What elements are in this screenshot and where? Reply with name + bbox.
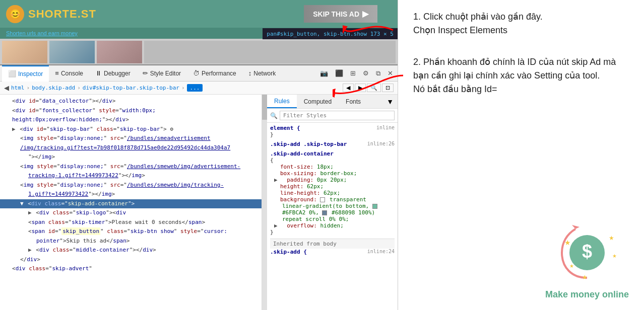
breadcrumb-skip-top-bar[interactable]: div#skip-top-bar.skip-top-bar [83, 85, 179, 91]
shorte-title: SHORTE.ST [28, 8, 96, 21]
debugger-icon: ⏸ [95, 69, 102, 77]
css-rule-element: element { inline } [270, 125, 395, 138]
tab-performance-label: Performance [202, 70, 236, 77]
expand-overflow[interactable]: ▶ [274, 222, 278, 229]
console-icon: ≡ [55, 69, 59, 77]
thumb-3 [97, 41, 142, 63]
info-bar-left: Shorten urls and earn money [6, 30, 78, 36]
devtools-content: <div id="data_collector"></div> <div id=… [0, 95, 398, 310]
css-selector: .skip-add-container [270, 150, 334, 157]
html-line: ▶ <div id="skip-top-bar" class="skip-top… [0, 125, 262, 134]
css-prop: line-height: 62px; [274, 190, 395, 196]
css-prop: background: transparent linear-gradient(… [274, 196, 395, 222]
make-money-text: Make money online [545, 289, 629, 300]
html-line: pointer">Skip this ad</span> [0, 237, 262, 246]
css-panel: Rules Computed Fonts ▼ 🔍 element { inlin… [267, 95, 398, 310]
browser-area: 😊 SHORTE.ST SKIP THIS AD ▶ Shorten urls … [0, 0, 398, 65]
expand-padding[interactable]: ▶ [274, 177, 278, 183]
arrow-1-svg [343, 15, 403, 45]
html-line: tracking-1.gif?t=1449973422"></img> [0, 171, 262, 181]
css-prop: ▶ padding: 0px 20px; [274, 177, 395, 183]
css-inherited-header: Inherited from body [270, 239, 395, 249]
performance-icon: ⏱ [193, 69, 200, 77]
html-line: /img/tracking.gif?test=7b98f018f878d715a… [0, 143, 262, 153]
svg-text:★: ★ [612, 253, 617, 259]
tab-style-editor[interactable]: ✏ Style Editor [137, 65, 187, 82]
breadcrumb-current: ... [187, 84, 203, 92]
css-selector: .skip-add { [270, 249, 307, 255]
css-prop: box-sizing: border-box; [274, 170, 395, 177]
html-line: <img style="display:none;" src="/bundles… [0, 181, 262, 190]
html-panel[interactable]: <div id="data_collector"></div> <div id=… [0, 95, 262, 310]
browser-content-strip [0, 39, 398, 65]
tab-console-label: Console [61, 70, 83, 77]
css-properties: font-size: 18px; box-sizing: border-box;… [270, 164, 395, 229]
back-button[interactable]: ◀ [4, 84, 9, 92]
html-line: <div id="data_collector"></div> [0, 97, 262, 106]
tab-inspector[interactable]: ⬜ Inspector [2, 65, 49, 82]
css-selector: .skip-add .skip-top-bar [270, 141, 347, 147]
svg-text:★: ★ [569, 263, 574, 269]
css-prop: ▶ overflow: hidden; [274, 222, 395, 229]
make-money-section: $ ★ ★ ★ ★ ★ Make money online [545, 220, 629, 300]
css-prop: font-size: 18px; [274, 164, 395, 170]
html-line: ▶ <div class="skip-logo"><div [0, 208, 262, 218]
html-line: "></img> [0, 152, 262, 162]
thumb-2 [49, 41, 95, 63]
html-line: <img style="display:none;" src="/bundles… [0, 134, 262, 143]
svg-text:★: ★ [582, 274, 588, 281]
step2-text: 2. Phần khoanh đỏ chính là ID của nút sk… [413, 55, 629, 96]
style-editor-icon: ✏ [143, 69, 148, 77]
html-line-highlighted: ▼ <div class="skip-add-container"> [0, 199, 262, 209]
right-panel: 1. Click chuột phải vào gần đây. Chọn In… [398, 0, 644, 310]
tab-debugger[interactable]: ⏸ Debugger [89, 65, 137, 82]
devtools-panel: 😊 SHORTE.ST SKIP THIS AD ▶ Shorten urls … [0, 0, 398, 310]
color-swatch-blue[interactable] [322, 210, 327, 215]
css-rule-skip-add-container: .skip-add-container { font-size: 18px; b… [270, 150, 395, 236]
html-scrollbar-thumb[interactable] [262, 95, 267, 120]
css-filter-input[interactable] [280, 111, 395, 120]
html-line: </div> [0, 255, 262, 265]
html-line: 1.gif?t=1449973422"></img> [0, 190, 262, 199]
breadcrumb-html[interactable]: html [11, 85, 25, 91]
css-filter-bar: 🔍 [267, 109, 398, 123]
filter-icon: 🔍 [270, 112, 278, 119]
tab-style-editor-label: Style Editor [150, 70, 181, 77]
arrow-2-svg [333, 65, 408, 106]
breadcrumb-body[interactable]: body.skip-add [32, 85, 75, 91]
svg-text:★: ★ [564, 239, 571, 247]
html-scrollbar[interactable] [262, 95, 267, 310]
shorte-logo: 😊 SHORTE.ST [6, 5, 96, 23]
screenshot-icon[interactable]: 📷 [317, 68, 331, 79]
color-swatch-green[interactable] [372, 204, 377, 209]
css-rule-skip-add: .skip-add { inline:24 [270, 249, 395, 255]
tab-network[interactable]: ↕ Network [242, 65, 282, 82]
tab-debugger-label: Debugger [104, 70, 131, 77]
html-line: <div id="fonts_collector" style="width:0… [0, 106, 262, 116]
html-line: <span class="skip-timer">Please wait 0 s… [0, 218, 262, 227]
shorte-bar: 😊 SHORTE.ST SKIP THIS AD ▶ [0, 0, 398, 28]
inspector-icon: ⬜ [8, 70, 16, 78]
tab-inspector-label: Inspector [18, 70, 43, 78]
tab-performance[interactable]: ⏱ Performance [187, 65, 242, 82]
thumb-1 [2, 41, 47, 63]
step1-text: 1. Click chuột phải vào gần đây. Chọn In… [413, 10, 629, 37]
svg-text:★: ★ [609, 235, 614, 242]
step2-section: 2. Phần khoanh đỏ chính là ID của nút sk… [413, 55, 629, 96]
css-rule-skip-top-bar: .skip-add .skip-top-bar inline:26 [270, 141, 395, 147]
html-line: ▶ <div class="middle-container"></div> [0, 246, 262, 255]
tab-console[interactable]: ≡ Console [49, 65, 89, 82]
css-content[interactable]: element { inline } .skip-add .skip-top-b… [267, 123, 398, 310]
shorte-avatar: 😊 [6, 5, 24, 23]
color-swatch-transparent[interactable] [320, 197, 325, 202]
step1-section: 1. Click chuột phải vào gần đây. Chọn In… [413, 10, 629, 37]
tab-rules[interactable]: Rules [267, 95, 297, 108]
html-line: height:0px;overflow:hidden;"></div> [0, 115, 262, 125]
dollar-circle-svg: $ ★ ★ ★ ★ ★ [554, 220, 620, 285]
html-line-skip-button: <span id="skip_button" class="skip-btn s… [0, 227, 262, 237]
html-line: <div class="skip-advert" [0, 264, 262, 274]
html-line: <img style="display:none;" src="/bundles… [0, 162, 262, 172]
css-selector: element { [270, 125, 300, 131]
tab-network-label: Network [253, 70, 276, 77]
css-prop: height: 62px; [274, 183, 395, 190]
